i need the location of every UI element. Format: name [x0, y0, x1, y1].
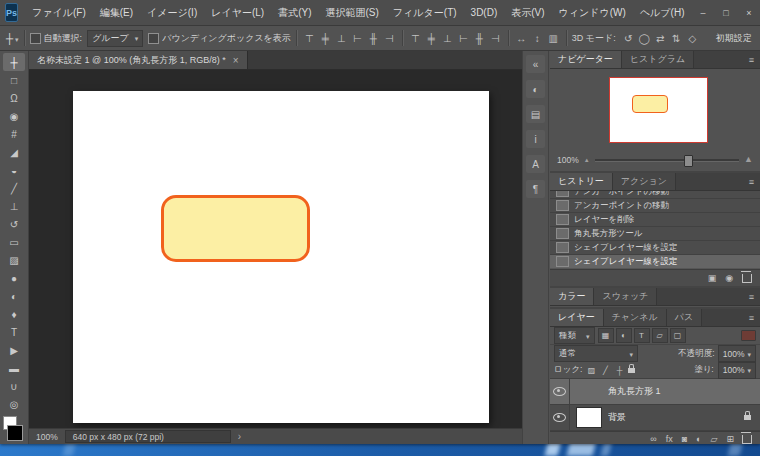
character-panel-icon[interactable]: A [526, 155, 545, 173]
filter-adjustment-layers-icon[interactable]: ◐ [616, 328, 632, 343]
blur-tool[interactable]: ● [3, 269, 25, 287]
filter-pixel-layers-icon[interactable]: ▦ [598, 328, 614, 343]
visibility-toggle[interactable] [550, 379, 570, 404]
adjustments-panel-icon[interactable]: ◐ [526, 80, 545, 98]
menu-item[interactable]: 表示(V) [504, 6, 551, 20]
panel-menu-icon[interactable] [743, 288, 760, 305]
new-layer-icon[interactable]: ⊞ [726, 435, 734, 444]
eraser-tool[interactable]: ▭ [3, 233, 25, 251]
history-state[interactable]: アンカーポイントの移動 [550, 191, 760, 199]
blend-mode-select[interactable]: 通常 [554, 345, 638, 362]
tool-preset-picker[interactable]: ┼ [6, 33, 19, 44]
panel-tab[interactable]: カラー [550, 288, 594, 305]
zoom-slider-thumb[interactable] [684, 155, 693, 167]
styles-panel-icon[interactable]: ▤ [526, 105, 545, 123]
filter-smart-objects-icon[interactable]: ▢ [670, 328, 686, 343]
layer-row[interactable]: 角丸長方形 1 [550, 379, 760, 405]
3d-drag-icon[interactable]: ⇄ [653, 33, 668, 44]
gradient-tool[interactable]: ▨ [3, 251, 25, 269]
panel-tab[interactable]: パス [667, 309, 702, 326]
maximize-button[interactable]: □ [714, 4, 737, 21]
distribute-right-edges-icon[interactable]: ⊣ [488, 33, 503, 44]
new-snapshot-icon[interactable]: ◉ [725, 274, 733, 283]
path-selection-tool[interactable]: ▶ [3, 341, 25, 359]
rectangular-marquee-tool[interactable]: □ [3, 71, 25, 89]
document-tab[interactable]: 名称未設定 1 @ 100% (角丸長方形 1, RGB/8) * × [29, 51, 248, 69]
panel-tab[interactable]: ヒストグラム [622, 51, 694, 68]
rounded-rectangle-tool[interactable]: ▬ [3, 359, 25, 377]
menu-item[interactable]: ファイル(F) [25, 6, 93, 20]
menu-item[interactable]: 編集(E) [93, 6, 140, 20]
align-left-edges-icon[interactable]: ⊢ [350, 33, 365, 44]
dodge-tool[interactable]: ◐ [3, 287, 25, 305]
menu-item[interactable]: 書式(Y) [271, 6, 318, 20]
distribute-vertical-centers-icon[interactable]: ╪ [424, 33, 439, 44]
layer-filter-toggle[interactable] [741, 330, 756, 341]
3d-scale-icon[interactable]: ◇ [685, 33, 700, 44]
distribute-left-edges-icon[interactable]: ⊢ [456, 33, 471, 44]
panel-tab[interactable]: アクション [613, 173, 676, 190]
filter-kind-select[interactable]: 種類 [554, 327, 595, 344]
panel-tab[interactable]: チャンネル [604, 309, 667, 326]
color-swatches[interactable] [3, 416, 25, 441]
horizontal-type-tool[interactable]: T [3, 323, 25, 341]
navigator-proxy-view[interactable] [609, 77, 708, 143]
3d-roll-icon[interactable]: ◯ [637, 33, 652, 44]
clone-stamp-tool[interactable]: ⊥ [3, 197, 25, 215]
quick-selection-tool[interactable]: ◉ [3, 107, 25, 125]
visibility-toggle[interactable] [550, 405, 570, 430]
menu-item[interactable]: レイヤー(L) [204, 6, 271, 20]
history-state[interactable]: アンカーポイントの移動 [550, 199, 760, 213]
3d-slide-icon[interactable]: ⇅ [669, 33, 684, 44]
eyedropper-tool[interactable]: ◢ [3, 143, 25, 161]
filter-shape-layers-icon[interactable]: ▱ [652, 328, 668, 343]
status-chevron-icon[interactable] [238, 431, 241, 442]
align-horizontal-centers-icon[interactable]: ╫ [366, 33, 381, 44]
panel-tab[interactable]: ナビゲーター [550, 51, 622, 68]
canvas-area[interactable] [29, 70, 524, 428]
brush-tool[interactable]: ╱ [3, 179, 25, 197]
move-tool[interactable]: ┼ [3, 53, 25, 71]
expand-dock-icon[interactable]: « [526, 55, 545, 73]
workspace-switcher[interactable]: 初期設定 [710, 30, 758, 47]
panel-tab[interactable]: ヒストリー [550, 173, 613, 190]
rounded-rectangle-shape[interactable] [161, 195, 310, 262]
add-layer-mask-icon[interactable]: ◙ [682, 435, 687, 444]
panel-menu-icon[interactable] [743, 51, 760, 68]
layer-effects-icon[interactable]: fx [666, 435, 673, 444]
lock-position-icon[interactable]: ┼ [614, 366, 624, 375]
auto-select-target-select[interactable]: グループ [87, 30, 143, 47]
auto-align-layers-icon[interactable]: ▥ [546, 33, 561, 44]
delete-state-icon[interactable] [742, 274, 752, 283]
distribute-vertical-spacing-icon[interactable]: ↕ [530, 33, 545, 44]
document-canvas[interactable] [73, 91, 489, 423]
distribute-horizontal-centers-icon[interactable]: ╫ [472, 33, 487, 44]
align-right-edges-icon[interactable]: ⊣ [382, 33, 397, 44]
panel-tab[interactable]: レイヤー [550, 309, 604, 326]
history-state[interactable]: シェイプレイヤー線を設定 [550, 241, 760, 255]
navigator-zoom-slider[interactable] [595, 159, 739, 161]
hand-tool[interactable]: ∪ [3, 377, 25, 395]
filter-type-layers-icon[interactable]: T [634, 328, 650, 343]
zoom-out-icon[interactable] [584, 155, 590, 164]
new-group-icon[interactable]: ▱ [711, 435, 718, 444]
panel-tab[interactable]: スウォッチ [594, 288, 657, 305]
zoom-tool[interactable]: ◎ [3, 395, 25, 413]
layer-row[interactable]: 背景 [550, 405, 760, 431]
zoom-in-icon[interactable] [744, 155, 753, 164]
fill-value[interactable]: 100% [718, 362, 756, 379]
foreground-color-swatch[interactable] [7, 425, 23, 441]
distribute-top-edges-icon[interactable]: ⊤ [408, 33, 423, 44]
link-layers-icon[interactable]: ∞ [650, 435, 656, 444]
layer-thumbnail[interactable] [576, 407, 602, 428]
pen-tool[interactable]: ♦ [3, 305, 25, 323]
lock-all-icon[interactable] [628, 368, 635, 373]
history-brush-tool[interactable]: ↺ [3, 215, 25, 233]
menu-item[interactable]: 3D(D) [464, 7, 505, 18]
align-top-edges-icon[interactable]: ⊤ [302, 33, 317, 44]
menu-item[interactable]: ウィンドウ(W) [552, 6, 633, 20]
menu-item[interactable]: 選択範囲(S) [319, 6, 386, 20]
lock-image-pixels-icon[interactable]: ╱ [600, 366, 610, 375]
zoom-level-field[interactable]: 100% [36, 432, 58, 442]
auto-select-checkbox[interactable]: 自動選択: [30, 32, 83, 45]
